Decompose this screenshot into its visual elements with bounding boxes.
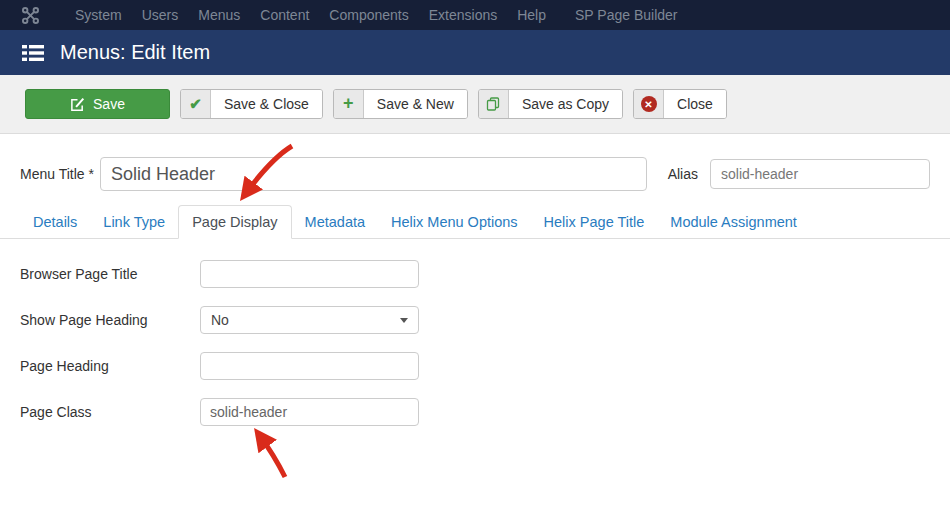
close-button-label: Close xyxy=(664,90,726,118)
menu-system[interactable]: System xyxy=(65,7,132,23)
admin-top-bar: System Users Menus Content Components Ex… xyxy=(0,0,950,30)
page-display-form: Browser Page Title Show Page Heading No … xyxy=(0,239,950,426)
edit-item-tabs: Details Link Type Page Display Metadata … xyxy=(0,205,950,239)
tab-module-assignment[interactable]: Module Assignment xyxy=(657,206,810,238)
alias-input[interactable] xyxy=(710,159,930,189)
copy-icon xyxy=(479,90,509,118)
save-button[interactable]: Save xyxy=(25,89,170,119)
save-new-button[interactable]: + Save & New xyxy=(333,89,468,119)
alias-label: Alias xyxy=(668,166,698,182)
menu-sp-page-builder[interactable]: SP Page Builder xyxy=(565,7,687,23)
toolbar: Save ✔ Save & Close + Save & New Save as… xyxy=(0,75,950,134)
show-page-heading-select[interactable]: No xyxy=(200,306,419,334)
joomla-admin-page: System Users Menus Content Components Ex… xyxy=(0,0,950,529)
tab-helix-menu-options[interactable]: Helix Menu Options xyxy=(378,206,531,238)
menu-content[interactable]: Content xyxy=(250,7,319,23)
close-icon: ✕ xyxy=(634,90,664,118)
menu-extensions[interactable]: Extensions xyxy=(419,7,507,23)
arrow-to-page-class-input xyxy=(260,436,285,477)
page-heading-input[interactable] xyxy=(200,352,419,380)
admin-menu: System Users Menus Content Components Ex… xyxy=(65,7,687,23)
page-class-row: Page Class xyxy=(20,398,930,426)
browser-page-title-input[interactable] xyxy=(200,260,419,288)
save-button-label: Save xyxy=(93,96,125,112)
page-header: Menus: Edit Item xyxy=(0,30,950,75)
menu-title-label: Menu Title * xyxy=(20,166,100,182)
show-page-heading-row: Show Page Heading No xyxy=(20,306,930,334)
save-close-label: Save & Close xyxy=(211,90,322,118)
check-icon: ✔ xyxy=(181,90,211,118)
save-new-label: Save & New xyxy=(364,90,467,118)
show-page-heading-value: No xyxy=(211,312,229,328)
show-page-heading-label: Show Page Heading xyxy=(20,312,200,328)
menu-menus[interactable]: Menus xyxy=(188,7,250,23)
tab-helix-page-title[interactable]: Helix Page Title xyxy=(531,206,658,238)
alias-group: Alias xyxy=(668,159,930,189)
plus-icon: + xyxy=(334,90,364,118)
menu-title-input[interactable] xyxy=(100,157,647,191)
tab-details[interactable]: Details xyxy=(20,206,90,238)
edit-icon xyxy=(70,97,85,112)
page-heading-row: Page Heading xyxy=(20,352,930,380)
tab-metadata[interactable]: Metadata xyxy=(292,206,378,238)
chevron-down-icon xyxy=(400,318,408,323)
joomla-logo-icon xyxy=(22,7,39,24)
menu-list-icon xyxy=(22,44,44,62)
page-class-input[interactable] xyxy=(200,398,419,426)
title-alias-row: Menu Title * Alias xyxy=(0,134,950,191)
tab-link-type[interactable]: Link Type xyxy=(90,206,178,238)
page-title: Menus: Edit Item xyxy=(60,41,210,64)
close-button[interactable]: ✕ Close xyxy=(633,89,727,119)
page-class-label: Page Class xyxy=(20,404,200,420)
page-heading-label: Page Heading xyxy=(20,358,200,374)
save-close-button[interactable]: ✔ Save & Close xyxy=(180,89,323,119)
browser-page-title-row: Browser Page Title xyxy=(20,260,930,288)
save-as-copy-label: Save as Copy xyxy=(509,90,622,118)
menu-help[interactable]: Help xyxy=(507,7,556,23)
save-as-copy-button[interactable]: Save as Copy xyxy=(478,89,623,119)
tab-page-display[interactable]: Page Display xyxy=(178,205,291,239)
browser-page-title-label: Browser Page Title xyxy=(20,266,200,282)
menu-users[interactable]: Users xyxy=(132,7,189,23)
menu-components[interactable]: Components xyxy=(319,7,418,23)
